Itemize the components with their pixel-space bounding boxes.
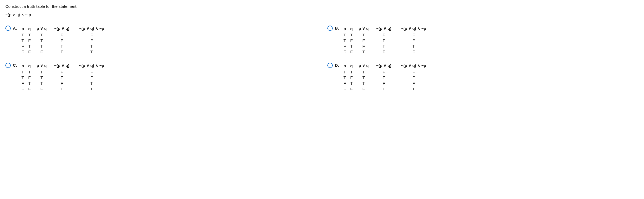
cell: F — [26, 49, 33, 55]
table-row: FTTFT — [19, 80, 110, 86]
truth-table-b: p q p ∨ q ~(p ∨ q) ~(p ∨ q) ∧ ~p TTTFF T… — [341, 26, 432, 55]
cell: F — [19, 43, 26, 49]
cell: T — [33, 38, 50, 43]
cell: F — [50, 80, 73, 86]
options-area: A. p q p ∨ q ~(p ∨ q) ~(p ∨ q) ∧ ~p TTTF… — [0, 21, 644, 98]
cell: F — [33, 86, 50, 92]
th-p: p — [341, 63, 348, 69]
cell: F — [50, 32, 73, 38]
table-row: TFTFF — [341, 75, 432, 80]
cell: F — [73, 38, 110, 43]
option-d-label: D. — [335, 63, 341, 67]
cell: T — [26, 80, 33, 86]
cell: T — [50, 49, 73, 55]
cell: F — [372, 49, 395, 55]
cell: F — [33, 49, 50, 55]
cell: F — [372, 75, 395, 80]
th-pvq: p ∨ q — [33, 63, 50, 69]
cell: F — [341, 80, 348, 86]
cell: T — [26, 43, 33, 49]
cell: F — [372, 32, 395, 38]
th-full: ~(p ∨ q) ∧ ~p — [395, 26, 432, 32]
cell: F — [19, 80, 26, 86]
th-npvq: ~(p ∨ q) — [50, 26, 73, 32]
truth-table-d: p q p ∨ q ~(p ∨ q) ~(p ∨ q) ∧ ~p TTTFF T… — [341, 63, 432, 92]
table-row: TTTFF — [19, 32, 110, 38]
cell: T — [355, 80, 372, 86]
table-row: FTFTT — [341, 43, 432, 49]
cell: F — [73, 32, 110, 38]
option-b[interactable]: B. p q p ∨ q ~(p ∨ q) ~(p ∨ q) ∧ ~p TTTF… — [327, 26, 639, 55]
th-pvq: p ∨ q — [33, 26, 50, 32]
cell: T — [395, 86, 432, 92]
cell: T — [73, 43, 110, 49]
th-p: p — [19, 26, 26, 32]
th-p: p — [19, 63, 26, 69]
option-a[interactable]: A. p q p ∨ q ~(p ∨ q) ~(p ∨ q) ∧ ~p TTTF… — [5, 26, 317, 55]
option-a-label: A. — [13, 26, 19, 30]
truth-table-c: p q p ∨ q ~(p ∨ q) ~(p ∨ q) ∧ ~p TTTFF T… — [19, 63, 110, 92]
cell: F — [19, 86, 26, 92]
table-row: TTTFF — [341, 32, 432, 38]
radio-a[interactable] — [5, 26, 11, 31]
cell: F — [73, 75, 110, 80]
cell: T — [395, 43, 432, 49]
question-box: Construct a truth table for the statemen… — [0, 0, 644, 21]
cell: F — [73, 69, 110, 75]
cell: T — [372, 38, 395, 43]
cell: T — [73, 49, 110, 55]
cell: F — [341, 43, 348, 49]
th-full: ~(p ∨ q) ∧ ~p — [73, 26, 110, 32]
th-q: q — [26, 26, 33, 32]
cell: F — [50, 69, 73, 75]
cell: T — [50, 86, 73, 92]
cell: T — [355, 69, 372, 75]
option-b-label: B. — [335, 26, 341, 30]
cell: F — [395, 69, 432, 75]
cell: T — [33, 43, 50, 49]
cell: T — [348, 69, 355, 75]
cell: F — [395, 32, 432, 38]
truth-table-a: p q p ∨ q ~(p ∨ q) ~(p ∨ q) ∧ ~p TTTFF T… — [19, 26, 110, 55]
table-row: TTTFF — [19, 69, 110, 75]
th-npvq: ~(p ∨ q) — [50, 63, 73, 69]
th-npvq: ~(p ∨ q) — [372, 26, 395, 32]
table-row: FTTFF — [341, 80, 432, 86]
cell: T — [33, 80, 50, 86]
cell: T — [348, 80, 355, 86]
cell: F — [372, 80, 395, 86]
th-p: p — [341, 26, 348, 32]
question-prompt: Construct a truth table for the statemen… — [5, 4, 639, 9]
radio-c[interactable] — [5, 63, 11, 68]
table-row: FTTTT — [19, 43, 110, 49]
cell: F — [372, 69, 395, 75]
cell: F — [348, 49, 355, 55]
cell: F — [50, 38, 73, 43]
option-d[interactable]: D. p q p ∨ q ~(p ∨ q) ~(p ∨ q) ∧ ~p TTTF… — [327, 63, 639, 92]
table-row: FFFTT — [341, 86, 432, 92]
table-row: FFTFF — [341, 49, 432, 55]
cell: F — [19, 49, 26, 55]
cell: T — [372, 86, 395, 92]
cell: T — [26, 32, 33, 38]
radio-b[interactable] — [327, 26, 333, 31]
cell: T — [355, 75, 372, 80]
radio-d[interactable] — [327, 63, 333, 68]
cell: T — [341, 75, 348, 80]
cell: T — [355, 32, 372, 38]
cell: T — [33, 32, 50, 38]
cell: F — [341, 86, 348, 92]
cell: T — [341, 32, 348, 38]
cell: F — [50, 75, 73, 80]
th-full: ~(p ∨ q) ∧ ~p — [73, 63, 110, 69]
cell: F — [395, 38, 432, 43]
option-c[interactable]: C. p q p ∨ q ~(p ∨ q) ~(p ∨ q) ∧ ~p TTTF… — [5, 63, 317, 92]
table-row: FFFTT — [19, 86, 110, 92]
cell: T — [19, 32, 26, 38]
cell: F — [341, 49, 348, 55]
table-row: FFFTT — [19, 49, 110, 55]
cell: T — [341, 38, 348, 43]
cell: F — [26, 75, 33, 80]
cell: F — [395, 49, 432, 55]
cell: T — [355, 49, 372, 55]
